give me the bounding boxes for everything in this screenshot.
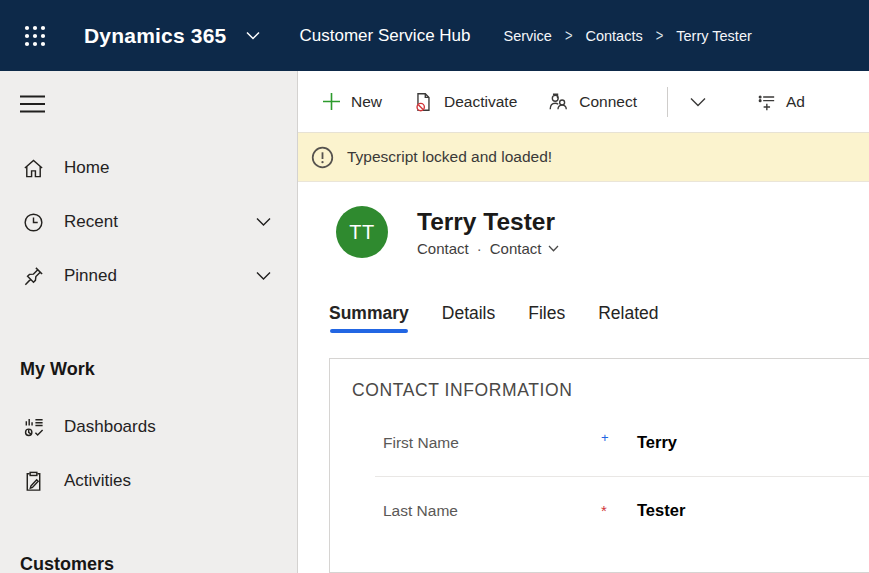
app-launcher-waffle-icon[interactable]	[22, 23, 48, 49]
chevron-down-icon[interactable]	[256, 217, 271, 227]
field-label: First Name	[383, 434, 601, 452]
breadcrumb: Service > Contacts > Terry Tester	[504, 28, 752, 44]
connect-button[interactable]: Connect	[535, 83, 649, 121]
sidebar-item-label: Activities	[64, 471, 131, 491]
site-map-sidebar: Home Recent	[0, 71, 298, 573]
command-label: Connect	[579, 93, 637, 111]
field-value-first-name[interactable]: Terry	[637, 433, 677, 452]
deactivate-button[interactable]: Deactivate	[400, 83, 529, 121]
add-to-list-button[interactable]: Ad	[742, 83, 817, 121]
main-content: New Deactivate	[298, 71, 869, 573]
sidebar-item-activities[interactable]: Activities	[0, 454, 297, 508]
sidebar-item-pinned[interactable]: Pinned	[0, 249, 297, 303]
notification-text: Typescript locked and loaded!	[347, 148, 552, 166]
tab-files[interactable]: Files	[528, 303, 565, 333]
alert-circle-icon	[311, 146, 334, 169]
command-bar-divider	[667, 87, 668, 117]
field-row-first-name: First Name + Terry	[352, 401, 869, 476]
field-value-last-name[interactable]: Tester	[637, 501, 685, 520]
plus-icon	[322, 92, 341, 111]
app-name: Customer Service Hub	[300, 26, 471, 46]
clock-icon	[20, 211, 46, 234]
record-avatar[interactable]: TT	[336, 206, 388, 258]
home-icon	[20, 157, 46, 180]
brand-title: Dynamics 365	[84, 24, 227, 48]
dashboards-icon	[20, 416, 46, 439]
record-subtitle: Contact · Contact	[417, 240, 559, 257]
sidebar-item-home[interactable]: Home	[0, 141, 297, 195]
form-selector-label: Contact	[490, 240, 542, 257]
record-title: Terry Tester	[417, 207, 559, 237]
app-window: Dynamics 365 Customer Service Hub Servic…	[0, 0, 869, 573]
command-label: Deactivate	[444, 93, 517, 111]
subtitle-separator: ·	[477, 240, 482, 257]
tab-details[interactable]: Details	[442, 303, 496, 333]
deactivate-icon	[412, 91, 434, 113]
required-marker: *	[601, 502, 637, 519]
pin-icon	[20, 265, 46, 288]
form-tabs: Summary Details Files Related	[298, 303, 869, 333]
chevron-down-icon	[548, 245, 559, 252]
overflow-chevron-down-icon[interactable]	[678, 87, 718, 117]
sidebar-group-title-my-work: My Work	[20, 359, 297, 380]
new-button[interactable]: New	[310, 84, 394, 119]
contact-information-card: CONTACT INFORMATION First Name + Terry L…	[329, 358, 869, 573]
sidebar-nav-my-work: Dashboards Activities	[0, 400, 297, 508]
activities-icon	[20, 470, 46, 493]
section-title: CONTACT INFORMATION	[352, 380, 869, 401]
recommended-marker: +	[601, 430, 637, 445]
breadcrumb-separator-icon: >	[565, 26, 573, 45]
sidebar-item-dashboards[interactable]: Dashboards	[0, 400, 297, 454]
field-label: Last Name	[383, 502, 601, 520]
breadcrumb-item-contacts[interactable]: Contacts	[585, 28, 642, 44]
tab-related[interactable]: Related	[598, 303, 658, 333]
command-label: Ad	[786, 93, 805, 111]
record-header: TT Terry Tester Contact · Contact	[298, 182, 869, 258]
breadcrumb-separator-icon: >	[656, 26, 664, 45]
hamburger-menu-icon[interactable]	[20, 93, 48, 115]
connect-icon	[547, 91, 569, 113]
sidebar-item-label: Home	[64, 158, 109, 178]
brand-chevron-down-icon[interactable]	[246, 31, 260, 40]
field-row-last-name: Last Name * Tester	[352, 477, 869, 544]
command-bar: New Deactivate	[298, 71, 869, 132]
sidebar-item-label: Dashboards	[64, 417, 156, 437]
entity-type-label: Contact	[417, 240, 469, 257]
sidebar-item-recent[interactable]: Recent	[0, 195, 297, 249]
sidebar-item-label: Recent	[64, 212, 118, 232]
notification-banner: Typescript locked and loaded!	[298, 132, 869, 182]
sidebar-group-title-customers: Customers	[20, 554, 297, 573]
command-label: New	[351, 93, 382, 111]
add-to-list-icon	[754, 91, 776, 113]
breadcrumb-item-service[interactable]: Service	[504, 28, 552, 44]
form-selector[interactable]: Contact	[490, 240, 560, 257]
sidebar-item-label: Pinned	[64, 266, 117, 286]
tab-summary[interactable]: Summary	[329, 303, 409, 333]
chevron-down-icon[interactable]	[256, 271, 271, 281]
sidebar-nav-top: Home Recent	[0, 141, 297, 303]
top-navbar: Dynamics 365 Customer Service Hub Servic…	[0, 0, 869, 71]
breadcrumb-item-record[interactable]: Terry Tester	[676, 28, 751, 44]
